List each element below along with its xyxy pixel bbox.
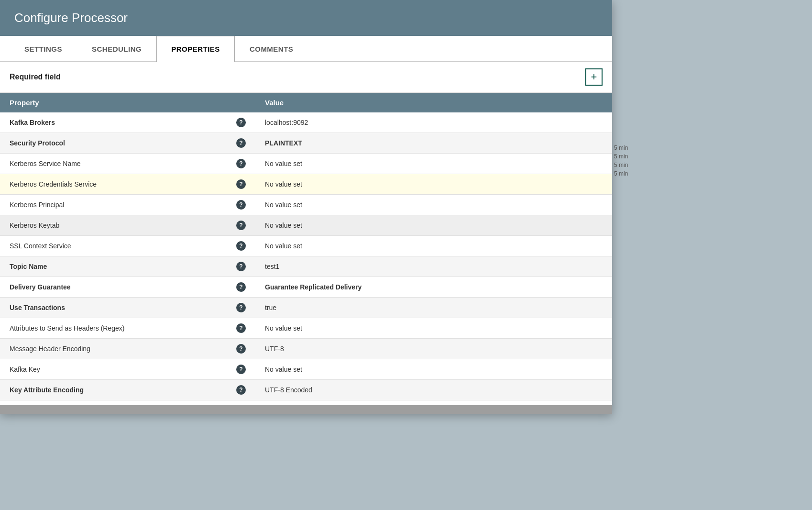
property-name: Kafka Key [0,359,224,380]
property-value[interactable]: No value set [255,195,516,215]
side-item-1: 5 min [614,144,669,152]
property-extra [516,277,612,298]
property-extra [516,154,612,174]
property-value[interactable]: No value set [255,236,516,256]
help-icon[interactable]: ? [236,159,246,168]
help-icon[interactable]: ? [236,221,246,230]
help-icon[interactable]: ? [236,344,246,354]
help-cell: ? [224,174,255,195]
property-name: Kafka Brokers [0,112,224,133]
tab-settings[interactable]: SETTINGS [10,36,77,62]
table-row[interactable]: Use Transactions?true [0,298,612,318]
help-icon[interactable]: ? [236,323,246,333]
header-property: Property [0,93,224,112]
property-value[interactable]: No value set [255,154,516,174]
property-value[interactable]: No value set [255,215,516,236]
property-extra [516,215,612,236]
property-value[interactable]: No value set [255,359,516,380]
help-icon[interactable]: ? [236,303,246,312]
dialog-header: Configure Processor [0,0,612,36]
property-name: Kerberos Service Name [0,154,224,174]
required-field-bar: Required field + [0,62,612,93]
property-extra [516,195,612,215]
property-value[interactable]: localhost:9092 [255,112,516,133]
help-icon[interactable]: ? [236,179,246,189]
property-extra [516,133,612,154]
help-cell: ? [224,339,255,359]
property-name: Kerberos Keytab [0,215,224,236]
side-item-3: 5 min [614,161,669,169]
help-cell: ? [224,133,255,154]
help-icon[interactable]: ? [236,118,246,127]
property-extra [516,174,612,195]
dialog-title: Configure Processor [14,11,598,25]
help-cell: ? [224,318,255,339]
help-icon[interactable]: ? [236,282,246,292]
property-extra [516,236,612,256]
table-row[interactable]: Key Attribute Encoding?UTF-8 Encoded [0,380,612,400]
help-icon[interactable]: ? [236,200,246,210]
table-row[interactable]: Kafka Key?No value set [0,359,612,380]
property-name: SSL Context Service [0,236,224,256]
property-name: Topic Name [0,256,224,277]
property-extra [516,359,612,380]
table-header-row: Property Value [0,93,612,112]
property-name: Kerberos Credentials Service [0,174,224,195]
table-row[interactable]: Kerberos Keytab?No value set [0,215,612,236]
property-value[interactable]: true [255,298,516,318]
property-value[interactable]: No value set [255,318,516,339]
side-panel: 5 min 5 min 5 min 5 min [612,0,669,414]
tab-properties[interactable]: PROPERTIES [156,36,235,62]
help-icon[interactable]: ? [236,385,246,395]
property-value[interactable]: test1 [255,256,516,277]
property-name: Attributes to Send as Headers (Regex) [0,318,224,339]
table-row[interactable]: Message Header Encoding?UTF-8 [0,339,612,359]
help-icon[interactable]: ? [236,365,246,374]
property-extra [516,256,612,277]
table-row[interactable]: Kerberos Principal?No value set [0,195,612,215]
help-cell: ? [224,195,255,215]
configure-processor-dialog: Configure Processor SETTINGS SCHEDULING … [0,0,612,414]
table-row[interactable]: SSL Context Service?No value set [0,236,612,256]
help-cell: ? [224,380,255,400]
help-icon[interactable]: ? [236,241,246,251]
table-row[interactable]: Kerberos Service Name?No value set [0,154,612,174]
properties-table: Property Value Kafka Brokers?localhost:9… [0,93,612,400]
tab-comments[interactable]: COMMENTS [235,36,308,62]
help-cell: ? [224,112,255,133]
property-name: Kerberos Principal [0,195,224,215]
help-cell: ? [224,277,255,298]
table-row[interactable]: Kerberos Credentials Service?No value se… [0,174,612,195]
help-icon[interactable]: ? [236,262,246,271]
property-value[interactable]: PLAINTEXT [255,133,516,154]
table-row[interactable]: Kafka Brokers?localhost:9092 [0,112,612,133]
property-value[interactable]: UTF-8 Encoded [255,380,516,400]
help-cell: ? [224,215,255,236]
property-value[interactable]: Guarantee Replicated Delivery [255,277,516,298]
header-help [224,93,255,112]
bottom-scrollbar[interactable] [0,405,612,414]
property-name: Key Attribute Encoding [0,380,224,400]
help-cell: ? [224,236,255,256]
help-cell: ? [224,154,255,174]
tab-scheduling[interactable]: SCHEDULING [77,36,156,62]
help-icon[interactable]: ? [236,138,246,148]
table-row[interactable]: Security Protocol?PLAINTEXT [0,133,612,154]
property-value[interactable]: No value set [255,174,516,195]
table-row[interactable]: Delivery Guarantee?Guarantee Replicated … [0,277,612,298]
property-extra [516,339,612,359]
property-name: Delivery Guarantee [0,277,224,298]
help-cell: ? [224,359,255,380]
property-extra [516,112,612,133]
property-extra [516,380,612,400]
tabs-bar: SETTINGS SCHEDULING PROPERTIES COMMENTS [0,36,612,62]
property-extra [516,318,612,339]
add-property-button[interactable]: + [585,68,603,86]
property-value[interactable]: UTF-8 [255,339,516,359]
help-cell: ? [224,298,255,318]
side-item-2: 5 min [614,152,669,161]
table-row[interactable]: Attributes to Send as Headers (Regex)?No… [0,318,612,339]
side-item-4: 5 min [614,169,669,178]
table-row[interactable]: Topic Name?test1 [0,256,612,277]
property-extra [516,298,612,318]
